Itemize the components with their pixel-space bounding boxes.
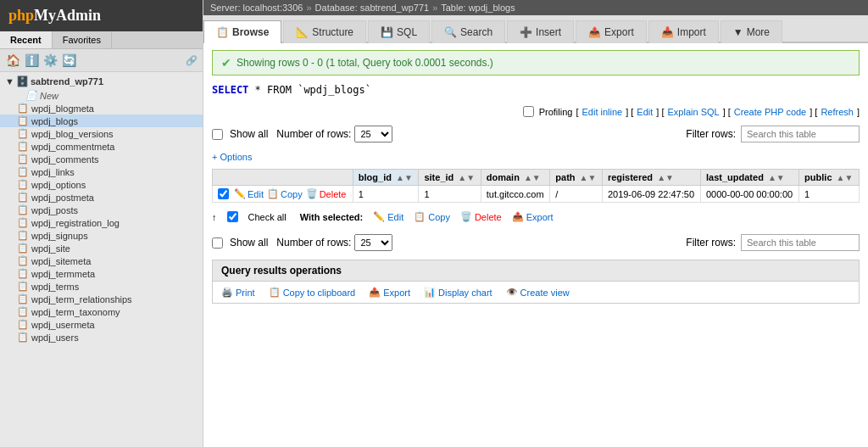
profiling-edit[interactable]: Edit xyxy=(637,107,653,117)
db-name[interactable]: sabtrend_wp771 xyxy=(31,76,103,87)
col-label-path: path xyxy=(555,172,575,182)
sort-arrows-blog_id[interactable]: ▲▼ xyxy=(396,173,413,182)
profiling-checkbox[interactable] xyxy=(523,106,534,117)
refresh-icon[interactable]: 🔄 xyxy=(61,53,76,68)
table-icon: 📋 xyxy=(17,230,29,241)
home-icon[interactable]: 🏠 xyxy=(5,53,20,68)
breadcrumb-database[interactable]: Database: sabtrend_wp771 xyxy=(315,3,430,13)
table-item-term_relationships[interactable]: 📋 wpdj_term_relationships xyxy=(0,293,203,305)
table-item-terms[interactable]: 📋 wpdj_terms xyxy=(0,280,203,293)
settings-icon[interactable]: ⚙️ xyxy=(42,53,58,68)
cell-site_id: 1 xyxy=(419,186,481,203)
table-item-blogs[interactable]: 📋 wpdj_blogs xyxy=(0,115,203,127)
tab-insert[interactable]: ➕ Insert xyxy=(507,20,574,43)
col-header-public[interactable]: public ▲▼ xyxy=(799,170,860,186)
sidebar-tabs: Recent Favorites xyxy=(0,31,203,49)
table-icon: 📋 xyxy=(17,204,29,215)
options-link[interactable]: + Options xyxy=(212,152,252,162)
table-item-registration_log[interactable]: 📋 wpdj_registration_log xyxy=(0,216,203,229)
col-header-path[interactable]: path ▲▼ xyxy=(550,170,603,186)
qro-display-chart-link[interactable]: 📊 Display chart xyxy=(424,287,492,298)
tab-sql[interactable]: 💾 SQL xyxy=(368,20,430,43)
table-item-sitemeta[interactable]: 📋 wpdj_sitemeta xyxy=(0,254,203,267)
qro-copy-clipboard-link[interactable]: 📋 Copy to clipboard xyxy=(269,287,356,298)
sort-arrows-path[interactable]: ▲▼ xyxy=(580,173,597,182)
show-all-bottom: Show all xyxy=(212,237,268,249)
table-item-postmeta[interactable]: 📋 wpdj_postmeta xyxy=(0,191,203,204)
tab-import[interactable]: 📥 Import xyxy=(648,20,719,43)
sort-arrows-domain[interactable]: ▲▼ xyxy=(524,173,541,182)
ws-delete-link[interactable]: 🗑️ Delete xyxy=(460,211,502,222)
row-actions-cell: ✏️ Edit 📋 Copy 🗑️ Delete xyxy=(213,186,353,203)
tree-db-root[interactable]: ▼ 🗄️ sabtrend_wp771 xyxy=(0,74,203,89)
col-header-last_updated[interactable]: last_updated ▲▼ xyxy=(701,170,799,186)
table-item-usermeta[interactable]: 📋 wpdj_usermeta xyxy=(0,318,203,331)
ws-edit-link[interactable]: ✏️ Edit xyxy=(373,211,403,222)
edit-row-link[interactable]: ✏️ Edit xyxy=(234,188,264,199)
profiling-create-php[interactable]: Create PHP code xyxy=(734,107,806,117)
num-rows-select-bottom[interactable]: 2550100250500 xyxy=(354,234,392,251)
table-item-users[interactable]: 📋 wpdj_users xyxy=(0,331,203,344)
profiling-refresh[interactable]: Refresh xyxy=(821,107,854,117)
col-header-blog_id[interactable]: blog_id ▲▼ xyxy=(353,170,419,186)
show-all-label-bottom: Show all xyxy=(230,237,268,249)
qro-print-link[interactable]: 🖨️ Print xyxy=(221,287,255,298)
breadcrumb-server[interactable]: Server: localhost:3306 xyxy=(210,3,303,13)
table-item-links[interactable]: 📋 wpdj_links xyxy=(0,165,203,178)
sort-arrows-last_updated[interactable]: ▲▼ xyxy=(768,173,785,182)
new-table-item[interactable]: 📄 New xyxy=(0,89,203,102)
info-icon[interactable]: ℹ️ xyxy=(24,53,39,68)
table-item-posts[interactable]: 📋 wpdj_posts xyxy=(0,204,203,216)
tab-recent[interactable]: Recent xyxy=(0,31,53,48)
qro-export-link[interactable]: 📤 Export xyxy=(369,287,410,298)
table-item-signups[interactable]: 📋 wpdj_signups xyxy=(0,229,203,242)
tab-export[interactable]: 📤 Export xyxy=(576,20,647,43)
link-icon: 🔗 xyxy=(186,55,198,66)
profiling-label: Profiling xyxy=(539,107,573,117)
filter-label-top: Filter rows: xyxy=(686,128,736,140)
col-header-site_id[interactable]: site_id ▲▼ xyxy=(419,170,481,186)
tab-structure[interactable]: 📐 Structure xyxy=(283,20,366,43)
ws-export-link[interactable]: 📤 Export xyxy=(512,211,554,222)
table-item-termmeta[interactable]: 📋 wpdj_termmeta xyxy=(0,267,203,280)
tab-browse[interactable]: 📋 Browse xyxy=(203,20,281,43)
profiling-edit-inline[interactable]: Edit inline xyxy=(581,107,622,117)
search-input-top[interactable] xyxy=(741,126,860,142)
insert-icon: ➕ xyxy=(520,26,532,38)
tab-more[interactable]: ▼ More xyxy=(721,20,782,43)
sort-arrows-public[interactable]: ▲▼ xyxy=(837,173,854,182)
table-item-options[interactable]: 📋 wpdj_options xyxy=(0,178,203,191)
show-all-checkbox-top[interactable] xyxy=(212,129,223,140)
tab-search[interactable]: 🔍 Search xyxy=(431,20,505,43)
tree-expand[interactable]: ▼ xyxy=(5,76,14,87)
copy-row-link[interactable]: 📋 Copy xyxy=(267,188,303,199)
breadcrumb-table[interactable]: Table: wpdj_blogs xyxy=(441,3,515,13)
profiling-explain-sql[interactable]: Explain SQL xyxy=(668,107,720,117)
col-header-domain[interactable]: domain ▲▼ xyxy=(481,170,550,186)
breadcrumb-arrow-1: » xyxy=(306,3,311,13)
table-item-blog_versions[interactable]: 📋 wpdj_blog_versions xyxy=(0,127,203,140)
check-icon: ✔ xyxy=(221,56,231,70)
col-header-registered[interactable]: registered ▲▼ xyxy=(602,170,700,186)
ws-copy-link[interactable]: 📋 Copy xyxy=(414,211,450,222)
sort-arrows-registered[interactable]: ▲▼ xyxy=(657,173,674,182)
col-label-site_id: site_id xyxy=(424,172,453,182)
delete-row-link[interactable]: 🗑️ Delete xyxy=(306,188,347,199)
row-checkbox[interactable] xyxy=(218,188,229,199)
ws-export-icon: 📤 xyxy=(512,211,524,222)
delete-icon: 🗑️ xyxy=(306,188,318,199)
table-item-commentmeta[interactable]: 📋 wpdj_commentmeta xyxy=(0,140,203,153)
sort-arrows-site_id[interactable]: ▲▼ xyxy=(458,173,475,182)
num-rows-select-top[interactable]: 2550100250500 xyxy=(354,126,392,142)
check-all-checkbox[interactable] xyxy=(227,211,238,222)
table-item-comments[interactable]: 📋 wpdj_comments xyxy=(0,153,203,165)
table-item-term_taxonomy[interactable]: 📋 wpdj_term_taxonomy xyxy=(0,305,203,318)
tab-sql-label: SQL xyxy=(397,26,417,38)
show-all-checkbox-bottom[interactable] xyxy=(212,237,223,249)
table-item-site[interactable]: 📋 wpdj_site xyxy=(0,242,203,254)
breadcrumb: Server: localhost:3306 » Database: sabtr… xyxy=(203,0,868,15)
table-item-blogmeta[interactable]: 📋 wpdj_blogmeta xyxy=(0,102,203,115)
search-input-bottom[interactable] xyxy=(741,234,860,251)
qro-create-view-link[interactable]: 👁️ Create view xyxy=(506,287,570,298)
tab-favorites[interactable]: Favorites xyxy=(53,31,112,48)
